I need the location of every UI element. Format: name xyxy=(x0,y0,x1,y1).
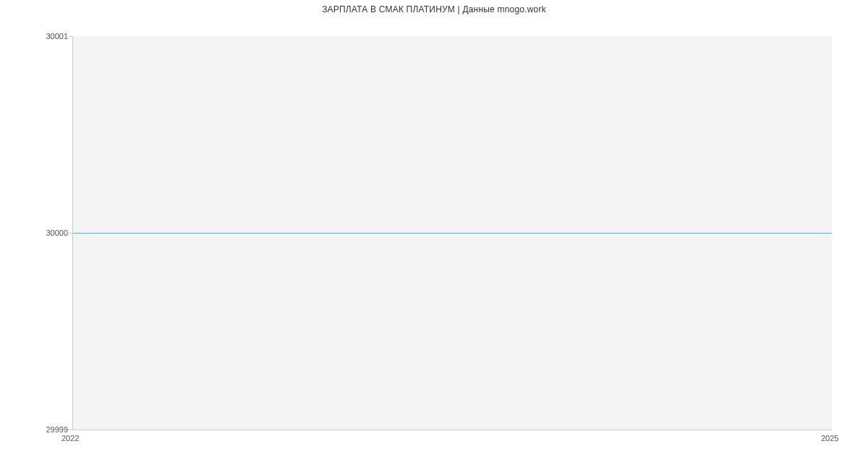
data-line xyxy=(73,233,832,234)
plot-area xyxy=(72,36,832,430)
y-tick-label: 29999 xyxy=(39,425,68,434)
chart-container: ЗАРПЛАТА В СМАК ПЛАТИНУМ | Данные mnogo.… xyxy=(0,0,868,470)
x-tick-label: 2022 xyxy=(61,434,79,443)
ytick-mark xyxy=(69,36,72,37)
y-tick-label: 30000 xyxy=(39,228,68,237)
ytick-mark xyxy=(69,233,72,234)
y-tick-label: 30001 xyxy=(39,32,68,40)
chart-title: ЗАРПЛАТА В СМАК ПЛАТИНУМ | Данные mnogo.… xyxy=(0,4,868,14)
ytick-mark xyxy=(69,430,72,430)
x-tick-label: 2025 xyxy=(821,434,838,443)
